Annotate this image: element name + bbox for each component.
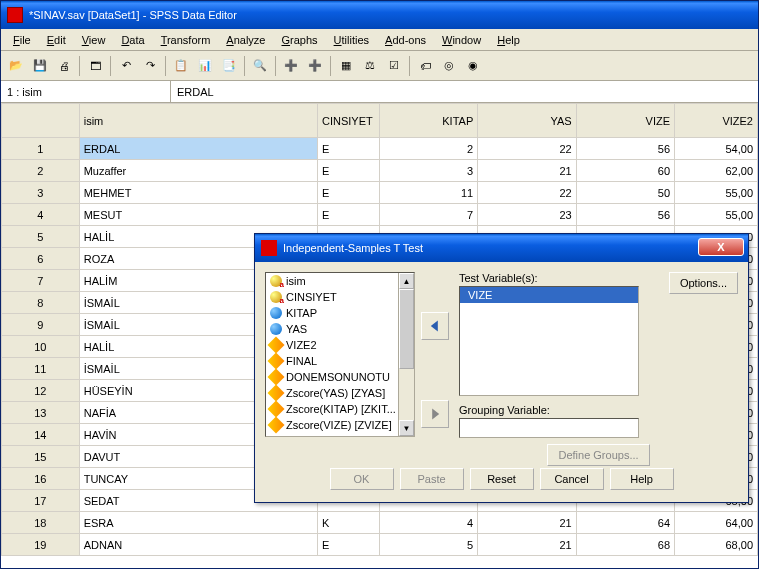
variable-item[interactable]: Zscore(KITAP) [ZKIT... xyxy=(266,401,414,417)
menu-window[interactable]: Window xyxy=(434,32,489,48)
row-header[interactable]: 10 xyxy=(2,336,80,358)
cell-kitap[interactable]: 2 xyxy=(379,138,477,160)
paste-button[interactable]: Paste xyxy=(400,468,464,490)
cell-kitap[interactable]: 5 xyxy=(379,534,477,556)
row-header[interactable]: 7 xyxy=(2,270,80,292)
open-icon[interactable]: 📂 xyxy=(5,55,27,77)
cell-vize2[interactable]: 55,00 xyxy=(675,182,758,204)
row-header[interactable]: 6 xyxy=(2,248,80,270)
table-row[interactable]: 18ESRAK4216464,00 xyxy=(2,512,758,534)
cell-vize[interactable]: 64 xyxy=(576,512,674,534)
test-variable-list[interactable]: VIZE xyxy=(459,286,639,396)
cell-cinsiyet[interactable]: E xyxy=(317,534,379,556)
select-icon[interactable]: ☑ xyxy=(383,55,405,77)
row-header[interactable]: 15 xyxy=(2,446,80,468)
row-header[interactable]: 16 xyxy=(2,468,80,490)
show-all-icon[interactable]: ◉ xyxy=(462,55,484,77)
row-header[interactable]: 13 xyxy=(2,402,80,424)
cell-vize[interactable]: 56 xyxy=(576,138,674,160)
cell-vize2[interactable]: 64,00 xyxy=(675,512,758,534)
row-header[interactable]: 4 xyxy=(2,204,80,226)
table-row[interactable]: 3MEHMETE11225055,00 xyxy=(2,182,758,204)
dialog-recall-icon[interactable]: 🗔 xyxy=(84,55,106,77)
cell-isim[interactable]: ESRA xyxy=(79,512,317,534)
table-row[interactable]: 4MESUTE7235655,00 xyxy=(2,204,758,226)
print-icon[interactable]: 🖨 xyxy=(53,55,75,77)
options-button[interactable]: Options... xyxy=(669,272,738,294)
cell-vize2[interactable]: 62,00 xyxy=(675,160,758,182)
cell-isim[interactable]: Muzaffer xyxy=(79,160,317,182)
row-header[interactable]: 8 xyxy=(2,292,80,314)
redo-icon[interactable]: ↷ xyxy=(139,55,161,77)
ok-button[interactable]: OK xyxy=(330,468,394,490)
row-header[interactable]: 18 xyxy=(2,512,80,534)
row-header[interactable]: 11 xyxy=(2,358,80,380)
weight-icon[interactable]: ⚖ xyxy=(359,55,381,77)
variable-item[interactable]: isim xyxy=(266,273,414,289)
cell-cinsiyet[interactable]: E xyxy=(317,182,379,204)
menu-analyze[interactable]: Analyze xyxy=(218,32,273,48)
cell-vize2[interactable]: 55,00 xyxy=(675,204,758,226)
col-header[interactable]: VIZE xyxy=(576,104,674,138)
scroll-down-icon[interactable]: ▼ xyxy=(399,420,414,436)
col-header[interactable]: KITAP xyxy=(379,104,477,138)
row-header[interactable]: 9 xyxy=(2,314,80,336)
cancel-button[interactable]: Cancel xyxy=(540,468,604,490)
cell-cinsiyet[interactable]: K xyxy=(317,512,379,534)
cell-yas[interactable]: 21 xyxy=(478,160,576,182)
cell-vize2[interactable]: 68,00 xyxy=(675,534,758,556)
cell-vize[interactable]: 56 xyxy=(576,204,674,226)
menu-add-ons[interactable]: Add-ons xyxy=(377,32,434,48)
variable-item[interactable]: Zscore(YAS) [ZYAS] xyxy=(266,385,414,401)
row-header[interactable]: 14 xyxy=(2,424,80,446)
test-variable-item[interactable]: VIZE xyxy=(460,287,638,303)
define-groups-button[interactable]: Define Groups... xyxy=(547,444,649,466)
table-row[interactable]: 1ERDALE2225654,00 xyxy=(2,138,758,160)
scroll-up-icon[interactable]: ▲ xyxy=(399,273,414,289)
save-icon[interactable]: 💾 xyxy=(29,55,51,77)
goto-var-icon[interactable]: 📊 xyxy=(194,55,216,77)
cell-isim[interactable]: ADNAN xyxy=(79,534,317,556)
cell-yas[interactable]: 21 xyxy=(478,534,576,556)
cell-isim[interactable]: MESUT xyxy=(79,204,317,226)
value-labels-icon[interactable]: 🏷 xyxy=(414,55,436,77)
variable-item[interactable]: YAS xyxy=(266,321,414,337)
col-header[interactable]: VIZE2 xyxy=(675,104,758,138)
row-header[interactable]: 2 xyxy=(2,160,80,182)
cell-yas[interactable]: 21 xyxy=(478,512,576,534)
menu-utilities[interactable]: Utilities xyxy=(326,32,377,48)
cell-vize[interactable]: 68 xyxy=(576,534,674,556)
cell-yas[interactable]: 22 xyxy=(478,138,576,160)
cell-yas[interactable]: 22 xyxy=(478,182,576,204)
source-variable-list[interactable]: isimCINSIYETKITAPYASVIZE2FINALDONEMSONUN… xyxy=(265,272,415,437)
cell-cinsiyet[interactable]: E xyxy=(317,204,379,226)
cell-kitap[interactable]: 11 xyxy=(379,182,477,204)
variable-item[interactable]: FINAL xyxy=(266,353,414,369)
row-header[interactable]: 5 xyxy=(2,226,80,248)
variable-item[interactable]: Zscore(VIZE) [ZVIZE] xyxy=(266,417,414,433)
table-row[interactable]: 2MuzafferE3216062,00 xyxy=(2,160,758,182)
menu-edit[interactable]: Edit xyxy=(39,32,74,48)
scrollbar[interactable]: ▲ ▼ xyxy=(398,273,414,436)
split-icon[interactable]: ▦ xyxy=(335,55,357,77)
cell-kitap[interactable]: 7 xyxy=(379,204,477,226)
insert-case-icon[interactable]: ➕ xyxy=(280,55,302,77)
move-to-test-button[interactable] xyxy=(421,312,449,340)
col-header[interactable]: CINSIYET xyxy=(317,104,379,138)
menu-transform[interactable]: Transform xyxy=(153,32,219,48)
menu-graphs[interactable]: Graphs xyxy=(273,32,325,48)
variable-item[interactable]: DONEMSONUNOTU xyxy=(266,369,414,385)
help-button[interactable]: Help xyxy=(610,468,674,490)
grouping-variable-field[interactable] xyxy=(459,418,639,438)
variables-icon[interactable]: 📑 xyxy=(218,55,240,77)
variable-item[interactable]: CINSIYET xyxy=(266,289,414,305)
col-header[interactable]: YAS xyxy=(478,104,576,138)
cell-vize[interactable]: 50 xyxy=(576,182,674,204)
cell-isim[interactable]: ERDAL xyxy=(79,138,317,160)
menu-file[interactable]: File xyxy=(5,32,39,48)
undo-icon[interactable]: ↶ xyxy=(115,55,137,77)
variable-item[interactable]: VIZE2 xyxy=(266,337,414,353)
cell-kitap[interactable]: 3 xyxy=(379,160,477,182)
menu-view[interactable]: View xyxy=(74,32,114,48)
cell-cinsiyet[interactable]: E xyxy=(317,160,379,182)
